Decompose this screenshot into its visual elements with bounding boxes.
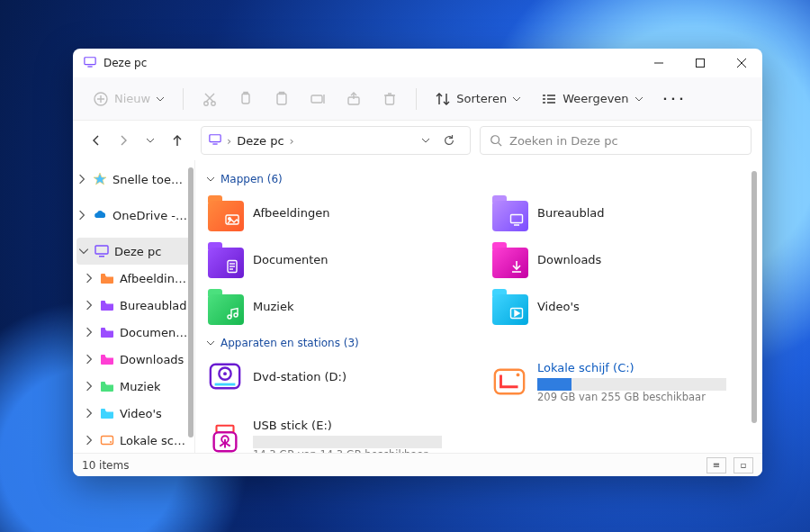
search-input[interactable]: Zoeken in Deze pc — [480, 126, 752, 155]
tiles-view-button[interactable]: ▫ — [734, 457, 753, 473]
folder-icon — [208, 242, 244, 278]
folder-item[interactable]: Bureaublad — [492, 193, 759, 234]
svg-rect-17 — [311, 95, 322, 103]
chevron-down-icon — [206, 338, 215, 347]
sidebar-item[interactable]: Snelle toegang — [73, 166, 194, 193]
svg-line-11 — [205, 94, 213, 102]
sidebar-item[interactable]: Muziek — [73, 373, 194, 400]
rename-button[interactable] — [302, 84, 333, 114]
sidebar-item[interactable]: Video's — [73, 400, 194, 427]
svg-rect-49 — [511, 215, 523, 223]
folder-cyan-icon — [100, 406, 114, 420]
nav-row: › Deze pc › Zoeken in Deze pc — [73, 121, 762, 160]
folder-orange-icon — [100, 271, 114, 285]
drive-capacity-bar — [253, 436, 442, 448]
view-button[interactable]: Weergeven — [534, 84, 650, 114]
address-bar[interactable]: › Deze pc › — [201, 126, 471, 155]
nav-back-button[interactable] — [84, 128, 109, 153]
disk-icon — [100, 433, 114, 447]
folder-item[interactable]: Documenten — [208, 239, 474, 281]
nav-up-button[interactable] — [165, 128, 190, 153]
sidebar-item[interactable]: Documenten — [73, 319, 194, 346]
sidebar-item[interactable]: Downloads — [73, 346, 194, 373]
sidebar-item-label: Downloads — [120, 353, 184, 366]
drive-item[interactable]: USB stick (E:)14,3 GB van 14,3 GB beschi… — [208, 414, 474, 453]
folder-label: Afbeeldingen — [253, 206, 329, 221]
sidebar-item[interactable]: OneDrive - Perso — [73, 202, 194, 229]
svg-point-10 — [212, 101, 215, 104]
folder-purple-icon — [100, 298, 114, 312]
svg-rect-43 — [101, 382, 105, 384]
search-placeholder: Zoeken in Deze pc — [509, 134, 618, 148]
folder-magenta-icon — [100, 352, 114, 366]
breadcrumb-sep: › — [290, 134, 294, 148]
sidebar-item[interactable]: Afbeeldingen — [73, 265, 194, 292]
sidebar-item-label: Video's — [120, 407, 162, 420]
thispc-icon — [209, 133, 221, 149]
share-button[interactable] — [338, 84, 369, 114]
search-icon — [490, 134, 502, 147]
nav-forward-button[interactable] — [111, 128, 136, 153]
group-header-folders[interactable]: Mappen (6) — [206, 173, 759, 185]
drive-capacity-bar — [537, 378, 726, 391]
sidebar-item[interactable]: Deze pc — [76, 238, 191, 265]
sidebar-item-label: OneDrive - Perso — [112, 209, 189, 222]
svg-point-34 — [491, 136, 500, 144]
maximize-button[interactable] — [680, 49, 721, 77]
sidebar-scrollbar[interactable] — [188, 167, 194, 437]
sort-button[interactable]: Sorteren — [428, 84, 528, 114]
drive-subtext: 14,3 GB van 14,3 GB beschikbaar — [253, 448, 442, 453]
minimize-button[interactable] — [638, 49, 680, 77]
chevron-down-icon — [512, 95, 521, 104]
drive-title: Dvd-station (D:) — [253, 370, 346, 385]
drive-subtext: 209 GB van 255 GB beschikbaar — [537, 391, 726, 404]
window-title: Deze pc — [104, 57, 147, 69]
drive-item[interactable]: Lokale schijf (C:)209 GB van 255 GB besc… — [492, 356, 759, 409]
folder-label: Bureaublad — [537, 206, 605, 221]
more-button[interactable]: ··· — [656, 84, 695, 114]
command-toolbar: Nieuw Sorteren Weergeven ··· — [73, 77, 762, 121]
svg-line-12 — [206, 94, 214, 102]
sidebar-item[interactable]: Bureaublad — [73, 292, 194, 319]
chevron-down-icon — [206, 175, 215, 184]
folder-icon — [492, 195, 528, 231]
svg-point-63 — [223, 372, 227, 375]
folder-item[interactable]: Muziek — [208, 286, 474, 328]
content-area: Mappen (6) AfbeeldingenBureaubladDocumen… — [195, 160, 762, 453]
sidebar-item[interactable]: Lokale schijf (C: — [73, 427, 194, 453]
dvd-icon — [208, 359, 244, 395]
close-button[interactable] — [721, 49, 762, 77]
sidebar-item-label: Deze pc — [114, 245, 161, 258]
folder-label: Video's — [537, 300, 580, 315]
more-icon: ··· — [663, 92, 688, 105]
drive-item[interactable]: Dvd-station (D:) — [208, 356, 474, 398]
folder-item[interactable]: Video's — [492, 286, 759, 328]
svg-rect-40 — [101, 301, 105, 303]
desktop-wallpaper: Deze pc Nieuw So — [0, 0, 810, 532]
group-header-devices[interactable]: Apparaten en stations (3) — [206, 337, 759, 349]
sidebar-item-label: Bureaublad — [120, 299, 187, 312]
content-scrollbar[interactable] — [752, 171, 757, 423]
folder-item[interactable]: Downloads — [492, 239, 759, 281]
refresh-button[interactable] — [436, 134, 463, 147]
group-header-label: Apparaten en stations (3) — [220, 337, 359, 349]
sidebar-item-label: Snelle toegang — [112, 173, 189, 186]
svg-rect-42 — [101, 355, 105, 357]
sidebar-item-label: Muziek — [120, 380, 160, 393]
new-button[interactable]: Nieuw — [86, 84, 172, 114]
onedrive-icon — [93, 208, 107, 222]
breadcrumb-location[interactable]: Deze pc — [237, 134, 284, 148]
folder-item[interactable]: Afbeeldingen — [208, 193, 474, 234]
nav-history-button[interactable] — [138, 128, 163, 153]
delete-button[interactable] — [374, 84, 405, 114]
drive-title: USB stick (E:) — [253, 419, 442, 434]
chevron-down-icon — [634, 95, 644, 104]
drive-title: Lokale schijf (C:) — [537, 361, 726, 376]
paste-button[interactable] — [266, 84, 297, 114]
details-view-button[interactable]: ≡ — [706, 457, 726, 473]
svg-point-66 — [517, 374, 520, 377]
copy-button[interactable] — [230, 84, 261, 114]
chevron-down-icon[interactable] — [421, 136, 430, 145]
svg-rect-0 — [85, 57, 95, 64]
cut-button[interactable] — [194, 84, 225, 114]
